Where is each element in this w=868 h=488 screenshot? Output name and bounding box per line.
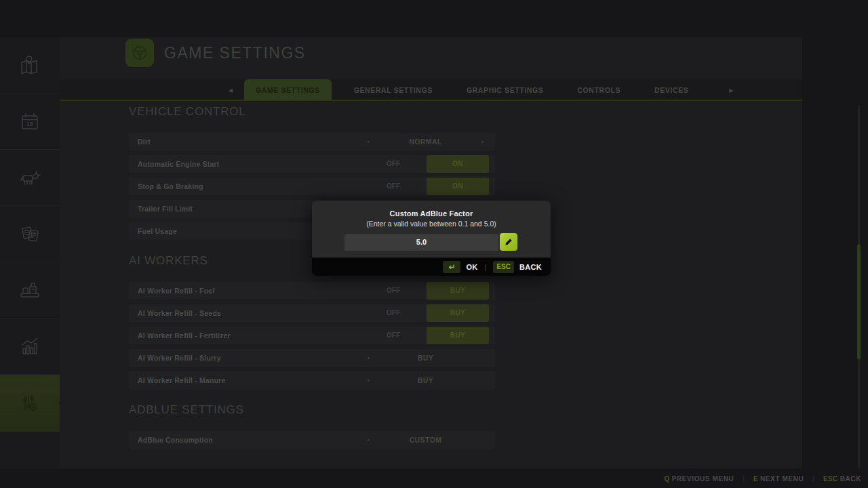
setting-label: Automatic Engine Start xyxy=(138,155,220,173)
next-option-arrow-icon[interactable]: ▸ xyxy=(481,133,484,150)
setting-row[interactable]: Dirt◂NORMAL▸ xyxy=(129,133,495,150)
setting-label: AI Worker Refill - Seeds xyxy=(138,304,221,322)
hotkey-label: NEXT MENU xyxy=(760,475,804,483)
setting-value-zone: ◂BUY xyxy=(361,349,490,367)
setting-value-zone: ◂BUY xyxy=(361,371,490,389)
sidebar: 15 xyxy=(0,37,60,468)
svg-text:15: 15 xyxy=(26,121,33,127)
hotkey-bar: QPREVIOUS MENU|ENEXT MENU|ESCBACK xyxy=(664,472,861,484)
adblue-factor-input[interactable] xyxy=(344,234,498,251)
hotkey-next-menu[interactable]: ENEXT MENU xyxy=(753,472,804,484)
setting-row[interactable]: Automatic Engine StartOFFON xyxy=(129,155,495,173)
steering-wheel-icon xyxy=(130,43,150,63)
dialog-subtitle: (Enter a valid value between 0.1 and 5.0… xyxy=(312,220,551,228)
tab-devices[interactable]: DEVICES xyxy=(643,79,700,101)
sidebar-item-game-settings[interactable] xyxy=(0,375,60,432)
settings-list: VEHICLE CONTROLDirt◂NORMAL▸Automatic Eng… xyxy=(129,105,495,453)
scrollbar-thumb[interactable] xyxy=(857,244,861,359)
setting-label: Stop & Go Braking xyxy=(138,178,203,195)
sidebar-item-calendar[interactable]: 15 xyxy=(0,94,60,150)
animals-icon xyxy=(18,166,42,189)
setting-row[interactable]: AI Worker Refill - Manure◂BUY xyxy=(129,371,495,389)
dialog-title: Custom AdBlue Factor xyxy=(312,209,551,218)
esc-keycap[interactable]: ESC xyxy=(493,261,514,273)
setting-value-zone: OFFON xyxy=(361,155,490,173)
hotkey-label: BACK xyxy=(840,475,861,483)
map-icon xyxy=(18,54,42,77)
toggle-off-option[interactable]: OFF xyxy=(361,304,425,322)
tab-underline xyxy=(60,100,802,101)
setting-value-zone: ◂CUSTOM xyxy=(361,431,490,449)
toggle-off-option[interactable]: OFF xyxy=(361,155,425,173)
back-button[interactable]: BACK xyxy=(519,263,542,271)
setting-label: AI Worker Refill - Slurry xyxy=(138,349,221,367)
edit-value-button[interactable] xyxy=(500,233,517,251)
hotkey-separator: | xyxy=(743,474,745,482)
sidebar-item-contracts[interactable] xyxy=(0,206,60,262)
ok-button[interactable]: OK xyxy=(466,263,477,271)
sidebar-item-map[interactable] xyxy=(0,37,60,94)
hotkey-key: ESC xyxy=(823,475,838,483)
setting-value-zone: OFFBUY xyxy=(361,327,490,344)
dialog-footer: ↵ OK | ESC BACK xyxy=(312,258,551,276)
custom-adblue-dialog: Custom AdBlue Factor (Enter a valid valu… xyxy=(312,201,551,276)
tabs-next-arrow-icon[interactable]: ▶ xyxy=(723,87,739,94)
hotkey-label: PREVIOUS MENU xyxy=(672,475,734,483)
section-title: ADBLUE SETTINGS xyxy=(129,403,495,418)
setting-row[interactable]: AI Worker Refill - FertilizerOFFBUY xyxy=(129,327,495,344)
sidebar-item-statistics[interactable] xyxy=(0,319,60,375)
setting-value: CUSTOM xyxy=(361,431,490,449)
setting-row[interactable]: Stop & Go BrakingOFFON xyxy=(129,178,495,195)
setting-label: AI Worker Refill - Fertilizer xyxy=(138,327,231,344)
setting-value-zone: OFFON xyxy=(361,178,490,195)
game-settings-screen: 15 GAME SETTINGS ◀ GAME SETTINGSGENERAL … xyxy=(0,0,868,488)
hotkey-previous-menu[interactable]: QPREVIOUS MENU xyxy=(664,472,734,484)
tab-game-settings[interactable]: GAME SETTINGS xyxy=(244,79,332,101)
sidebar-item-animals[interactable] xyxy=(0,150,60,206)
tabs-prev-arrow-icon[interactable]: ◀ xyxy=(222,87,239,94)
toggle-on-option[interactable]: ON xyxy=(427,178,489,195)
pencil-icon xyxy=(504,237,513,247)
contracts-icon xyxy=(18,222,42,245)
section-title: VEHICLE CONTROL xyxy=(129,105,495,120)
tab-graphic-settings[interactable]: GRAPHIC SETTINGS xyxy=(455,79,555,101)
toggle-off-option[interactable]: OFF xyxy=(361,327,425,344)
dialog-footer-separator: | xyxy=(485,263,487,271)
tab-general-settings[interactable]: GENERAL SETTINGS xyxy=(342,79,444,101)
hotkey-separator: | xyxy=(812,474,814,482)
tab-controls[interactable]: CONTROLS xyxy=(566,79,632,101)
setting-label: AI Worker Refill - Manure xyxy=(138,371,226,389)
page-header: GAME SETTINGS xyxy=(125,39,306,67)
setting-label: AdBlue Consumption xyxy=(138,431,213,449)
sidebar-item-production[interactable] xyxy=(0,262,60,319)
setting-label: AI Worker Refill - Fuel xyxy=(138,282,215,300)
setting-row[interactable]: AI Worker Refill - SeedsOFFBUY xyxy=(129,304,495,322)
tab-bar: ◀ GAME SETTINGSGENERAL SETTINGSGRAPHIC S… xyxy=(222,79,739,101)
production-icon xyxy=(18,279,42,302)
toggle-on-option[interactable]: BUY xyxy=(427,282,489,300)
setting-row[interactable]: AI Worker Refill - Slurry◂BUY xyxy=(129,349,495,367)
toggle-on-option[interactable]: BUY xyxy=(427,304,489,322)
page-title: GAME SETTINGS xyxy=(164,44,306,62)
setting-value: NORMAL xyxy=(361,133,490,150)
setting-row[interactable]: AdBlue Consumption◂CUSTOM xyxy=(129,431,495,449)
dialog-input-row xyxy=(344,233,517,251)
calendar-icon: 15 xyxy=(18,110,42,133)
game-settings-icon xyxy=(18,392,42,415)
enter-keycap[interactable]: ↵ xyxy=(443,261,460,273)
toggle-on-option[interactable]: ON xyxy=(427,155,489,173)
toggle-on-option[interactable]: BUY xyxy=(427,327,489,344)
enter-key-icon: ↵ xyxy=(448,262,455,272)
setting-value-zone: ◂NORMAL▸ xyxy=(361,133,490,150)
hotkey-back[interactable]: ESCBACK xyxy=(823,472,861,484)
toggle-off-option[interactable]: OFF xyxy=(361,282,425,300)
dialog-panel: Custom AdBlue Factor (Enter a valid valu… xyxy=(312,201,551,258)
setting-label: Fuel Usage xyxy=(138,222,177,240)
setting-row[interactable]: AI Worker Refill - FuelOFFBUY xyxy=(129,282,495,300)
statistics-icon xyxy=(18,335,42,358)
setting-value-zone: OFFBUY xyxy=(361,304,490,322)
hotkey-key: E xyxy=(753,475,758,483)
settings-section: ADBLUE SETTINGSAdBlue Consumption◂CUSTOM xyxy=(129,403,495,449)
toggle-off-option[interactable]: OFF xyxy=(361,178,425,195)
setting-value: BUY xyxy=(361,371,490,389)
